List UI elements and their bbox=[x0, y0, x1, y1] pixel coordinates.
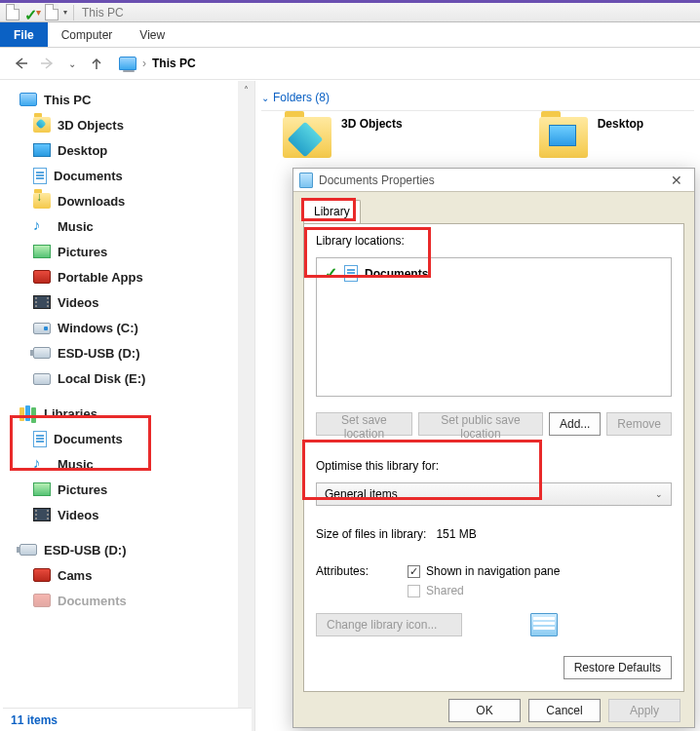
dialog-titlebar[interactable]: Documents Properties ✕ bbox=[293, 169, 694, 192]
sidebar-item-label: Videos bbox=[58, 508, 98, 522]
drive-icon bbox=[33, 323, 51, 334]
tab-view[interactable]: View bbox=[126, 22, 178, 47]
usb-drive-icon bbox=[19, 544, 37, 556]
qat-newfolder-icon[interactable] bbox=[42, 4, 61, 21]
sidebar-item-esd-usb-d[interactable]: ESD-USB (D:) bbox=[19, 340, 251, 366]
this-pc-icon bbox=[119, 57, 136, 70]
check-icon: ✓ bbox=[24, 6, 40, 19]
shared-checkbox[interactable] bbox=[408, 585, 420, 597]
pictures-icon bbox=[33, 245, 51, 258]
drive-icon bbox=[33, 373, 51, 385]
size-label: Size of files in library: bbox=[316, 527, 426, 541]
close-button[interactable]: ✕ bbox=[665, 173, 688, 188]
address-bar[interactable]: › This PC bbox=[119, 57, 196, 70]
library-locations-label: Library locations: bbox=[316, 234, 672, 248]
sidebar-item-label: Desktop bbox=[58, 143, 107, 158]
sidebar-item-label: Music bbox=[58, 219, 94, 234]
tab-library[interactable]: Library bbox=[303, 200, 361, 223]
sidebar-lib-videos[interactable]: Videos bbox=[19, 502, 251, 527]
sidebar-label: This PC bbox=[44, 93, 91, 107]
sidebar-lib-music[interactable]: ♪Music bbox=[19, 451, 251, 477]
optimise-value: General items bbox=[325, 487, 398, 501]
sidebar-item-downloads[interactable]: Downloads bbox=[19, 188, 251, 213]
scroll-up-icon[interactable]: ˄ bbox=[244, 85, 249, 96]
navigation-bar: ⌄ › This PC bbox=[0, 48, 700, 80]
sidebar-item-videos[interactable]: Videos bbox=[19, 289, 251, 315]
ok-button[interactable]: OK bbox=[448, 699, 521, 722]
folder-icon bbox=[283, 117, 331, 158]
this-pc-icon bbox=[19, 93, 37, 106]
sidebar-item-label: ESD-USB (D:) bbox=[58, 346, 140, 361]
optimise-select[interactable]: General items ⌄ bbox=[316, 482, 672, 506]
restore-defaults-button[interactable]: Restore Defaults bbox=[564, 656, 672, 679]
sidebar-item-windows-c[interactable]: Windows (C:) bbox=[19, 315, 251, 340]
new-item-icon bbox=[45, 4, 58, 20]
folder-desktop[interactable]: Desktop bbox=[539, 117, 643, 158]
title-bar: ✓▾ ▾ This PC bbox=[0, 0, 700, 22]
folder-3d-objects[interactable]: 3D Objects bbox=[283, 117, 403, 158]
check-icon: ✓ bbox=[325, 264, 337, 283]
shown-in-nav-checkbox[interactable]: ✓ bbox=[408, 565, 420, 578]
sidebar-item-label: Pictures bbox=[58, 245, 107, 259]
sidebar-item-label: Music bbox=[58, 457, 94, 472]
sidebar-usb-cams[interactable]: Cams bbox=[19, 562, 251, 588]
folder-icon bbox=[33, 117, 51, 133]
optimise-label: Optimise this library for: bbox=[316, 459, 672, 473]
sidebar-lib-pictures[interactable]: Pictures bbox=[19, 477, 251, 502]
apply-button[interactable]: Apply bbox=[608, 699, 681, 722]
set-save-location-button[interactable]: Set save location bbox=[316, 412, 412, 436]
chevron-right-icon: › bbox=[142, 57, 146, 70]
sidebar-item-desktop[interactable]: Desktop bbox=[19, 137, 251, 163]
sidebar-item-label: Cams bbox=[58, 568, 92, 583]
sidebar-label: ESD-USB (D:) bbox=[44, 543, 127, 558]
desktop-icon bbox=[33, 143, 51, 157]
change-library-icon-button[interactable]: Change library icon... bbox=[316, 613, 462, 636]
sidebar-item-label: Videos bbox=[58, 295, 98, 310]
sidebar-item-label: Windows (C:) bbox=[58, 321, 138, 335]
downloads-icon bbox=[33, 193, 51, 209]
size-value: 151 MB bbox=[436, 527, 476, 541]
sidebar-item-label: Pictures bbox=[58, 482, 107, 497]
sidebar-item-pictures[interactable]: Pictures bbox=[19, 239, 251, 264]
sidebar-item-local-disk-e[interactable]: Local Disk (E:) bbox=[19, 366, 251, 391]
tab-file[interactable]: File bbox=[0, 22, 48, 47]
folders-group-header[interactable]: ⌄ Folders (8) bbox=[261, 89, 694, 111]
sidebar-item-label: Downloads bbox=[58, 194, 125, 209]
qat-customize-dropdown[interactable]: ▾ bbox=[61, 8, 69, 17]
documents-icon bbox=[33, 168, 47, 184]
remove-button[interactable]: Remove bbox=[606, 412, 672, 436]
address-text: This PC bbox=[152, 57, 196, 70]
videos-icon bbox=[33, 295, 51, 309]
videos-icon bbox=[33, 508, 51, 521]
nav-back-button[interactable] bbox=[12, 55, 29, 72]
sidebar-this-pc[interactable]: This PC bbox=[19, 87, 251, 112]
location-name: Documents bbox=[365, 267, 428, 281]
library-locations-list[interactable]: ✓ Documents bbox=[316, 257, 672, 397]
sidebar-item-label: Documents bbox=[58, 594, 127, 608]
nav-forward-button[interactable] bbox=[39, 55, 57, 72]
sidebar-item-portable-apps[interactable]: Portable Apps bbox=[19, 264, 251, 289]
qat-separator bbox=[73, 5, 74, 20]
sidebar-lib-documents[interactable]: Documents bbox=[19, 426, 251, 451]
sidebar-usb-documents[interactable]: Documents bbox=[19, 588, 251, 613]
music-icon: ♪ bbox=[33, 218, 51, 234]
sidebar-scrollbar[interactable]: ˄ ˅ bbox=[238, 81, 254, 731]
library-location-item[interactable]: ✓ Documents bbox=[325, 264, 663, 283]
set-public-save-location-button[interactable]: Set public save location bbox=[418, 412, 543, 436]
sidebar-esd-usb-root[interactable]: ESD-USB (D:) bbox=[19, 537, 251, 562]
tab-computer[interactable]: Computer bbox=[48, 22, 127, 47]
shown-in-nav-label: Shown in navigation pane bbox=[426, 564, 560, 578]
cancel-button[interactable]: Cancel bbox=[528, 699, 601, 722]
sidebar-item-music[interactable]: ♪Music bbox=[19, 213, 251, 239]
folder-label: 3D Objects bbox=[341, 117, 403, 131]
add-button[interactable]: Add... bbox=[549, 412, 601, 436]
nav-up-button[interactable] bbox=[88, 55, 105, 72]
qat-check-icon[interactable]: ✓▾ bbox=[22, 4, 42, 21]
nav-recent-dropdown[interactable]: ⌄ bbox=[66, 58, 78, 69]
sidebar-item-documents[interactable]: Documents bbox=[19, 163, 251, 188]
sidebar-libraries[interactable]: Libraries bbox=[19, 401, 251, 426]
qat-properties-icon[interactable] bbox=[3, 4, 22, 21]
sidebar-item-3d-objects[interactable]: 3D Objects bbox=[19, 112, 251, 137]
folder-icon bbox=[33, 568, 51, 582]
sidebar-label: Libraries bbox=[44, 406, 97, 421]
